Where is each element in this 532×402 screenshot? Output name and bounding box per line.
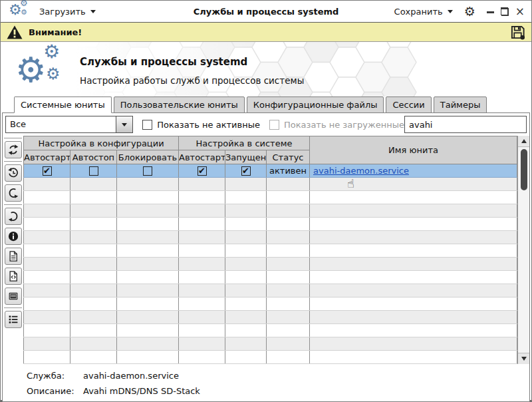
units-table: Настройка в конфигурации Настройка в сис… bbox=[23, 136, 517, 364]
app-window: ⚙ ⚙ ⚙ Загрузить Службы и процессы system… bbox=[0, 0, 532, 402]
column-header-autostart-system[interactable]: Автостарт bbox=[179, 150, 225, 164]
running-system-checkbox[interactable]: ✔ bbox=[241, 166, 251, 176]
tab-label: Системные юниты bbox=[21, 100, 105, 110]
empty-row[interactable] bbox=[24, 284, 517, 298]
chevron-down-icon bbox=[122, 123, 127, 126]
empty-row[interactable] bbox=[24, 271, 517, 284]
scroll-up-button[interactable] bbox=[518, 136, 529, 147]
empty-row[interactable] bbox=[24, 311, 517, 324]
combobox-dropdown-button[interactable] bbox=[116, 116, 132, 132]
save-file-icon[interactable] bbox=[510, 25, 525, 40]
detail-panel: Служба: avahi-daemon.service Описание: A… bbox=[3, 364, 529, 401]
systemd-gears-logo: ⚙ ⚙ ⚙ bbox=[15, 45, 79, 95]
unit-filter-combobox[interactable]: Все bbox=[5, 116, 133, 133]
triangle-down-icon bbox=[521, 357, 527, 361]
empty-row[interactable] bbox=[24, 204, 517, 218]
hand-cursor-icon: ☝ bbox=[347, 176, 354, 190]
empty-row[interactable] bbox=[24, 178, 517, 191]
autostart-config-checkbox[interactable]: ✔ bbox=[43, 166, 52, 176]
empty-row[interactable] bbox=[24, 218, 517, 231]
unit-row-selected[interactable]: ✔ ✔ ✔ активен avahi-daemon.service bbox=[24, 164, 517, 178]
autostop-config-checkbox[interactable] bbox=[89, 166, 98, 176]
minimize-button[interactable] bbox=[487, 11, 494, 13]
filter-row: Все Показать не активные Показать не заг… bbox=[3, 113, 529, 136]
settings-gear-icon[interactable]: ⚙ bbox=[464, 5, 475, 18]
tab-label: Пользовательские юниты bbox=[120, 100, 238, 110]
autostart-system-checkbox[interactable]: ✔ bbox=[198, 166, 207, 176]
group-header-system[interactable]: Настройка в системе bbox=[179, 136, 310, 150]
refresh-button[interactable] bbox=[5, 141, 22, 158]
journal-icon bbox=[7, 290, 19, 302]
tab-timers[interactable]: Таймеры bbox=[434, 97, 487, 113]
empty-row[interactable] bbox=[24, 244, 517, 258]
show-inactive-checkbox[interactable] bbox=[142, 120, 152, 130]
document-icon bbox=[7, 250, 19, 262]
show-inactive-label: Показать не активные bbox=[157, 120, 260, 130]
main-area: Настройка в конфигурации Настройка в сис… bbox=[3, 136, 529, 364]
unit-source-button[interactable] bbox=[5, 268, 22, 285]
description-label: Описание: bbox=[27, 386, 83, 396]
undo-arrow-icon bbox=[7, 210, 19, 222]
gear-icon: ⚙ bbox=[15, 49, 47, 91]
tab-label: Сессии bbox=[392, 100, 424, 110]
save-menu-label: Сохранить bbox=[394, 7, 443, 17]
scroll-down-button[interactable] bbox=[518, 353, 529, 364]
window-controls: × bbox=[487, 6, 525, 17]
tab-user-units[interactable]: Пользовательские юниты bbox=[114, 97, 245, 113]
empty-row[interactable] bbox=[24, 337, 517, 351]
empty-row[interactable] bbox=[24, 351, 517, 364]
empty-row[interactable] bbox=[24, 231, 517, 244]
journal-button[interactable] bbox=[5, 288, 22, 305]
page-subtitle: Настройка работы служб и процессов систе… bbox=[80, 75, 304, 86]
load-menu-button[interactable]: Загрузить bbox=[39, 7, 96, 17]
redo-button[interactable] bbox=[5, 184, 22, 202]
info-button[interactable] bbox=[5, 228, 22, 245]
service-label: Служба: bbox=[27, 371, 83, 381]
search-input[interactable] bbox=[404, 116, 527, 133]
column-header-status[interactable]: Статус bbox=[267, 150, 310, 164]
unit-name-link[interactable]: avahi-daemon.service bbox=[313, 166, 409, 176]
history-restore-button[interactable] bbox=[5, 164, 22, 182]
undo-button[interactable] bbox=[5, 208, 22, 225]
empty-row[interactable] bbox=[24, 298, 517, 311]
scrollbar-thumb[interactable] bbox=[521, 149, 527, 190]
column-header-autostop-config[interactable]: Автостоп bbox=[70, 150, 117, 164]
maximize-button[interactable] bbox=[501, 8, 509, 15]
document-code-icon bbox=[7, 270, 19, 282]
column-header-block-config[interactable]: Блокировать bbox=[117, 150, 179, 164]
history-clock-icon bbox=[7, 167, 19, 179]
column-header-running-system[interactable]: Запущен bbox=[225, 150, 267, 164]
save-menu-button[interactable]: Сохранить bbox=[394, 7, 453, 17]
unit-filter-value: Все bbox=[6, 116, 116, 132]
triangle-up-icon bbox=[521, 139, 527, 143]
tab-label: Конфигурационные файлы bbox=[253, 100, 378, 110]
page-header: ⚙ ⚙ ⚙ Службы и процессы systemd Настройк… bbox=[1, 42, 531, 97]
group-header-config[interactable]: Настройка в конфигурации bbox=[24, 136, 179, 150]
toolbar-separator bbox=[4, 138, 22, 138]
side-toolbar bbox=[3, 136, 23, 364]
block-config-checkbox[interactable] bbox=[143, 166, 152, 176]
list-icon bbox=[7, 313, 19, 325]
toolbar-separator bbox=[4, 204, 22, 205]
unit-list-button[interactable] bbox=[5, 311, 22, 328]
show-unloaded-label: Показать не загруженные bbox=[284, 120, 404, 130]
tab-sessions[interactable]: Сессии bbox=[386, 97, 431, 113]
tab-config-files[interactable]: Конфигурационные файлы bbox=[247, 97, 384, 113]
toolbar-separator bbox=[4, 161, 22, 162]
tab-label: Таймеры bbox=[440, 100, 481, 110]
warning-label: Внимание! bbox=[29, 27, 82, 37]
close-button[interactable]: × bbox=[515, 6, 525, 17]
empty-row[interactable] bbox=[24, 191, 517, 204]
warning-triangle-icon bbox=[7, 25, 23, 39]
tab-content: Все Показать не активные Показать не заг… bbox=[2, 112, 530, 402]
gear-icon: ⚙ bbox=[46, 65, 61, 83]
empty-row[interactable] bbox=[24, 258, 517, 271]
vertical-scrollbar[interactable] bbox=[517, 136, 529, 364]
unit-file-button[interactable] bbox=[5, 248, 22, 265]
empty-row[interactable] bbox=[24, 324, 517, 337]
tab-system-units[interactable]: Системные юниты bbox=[14, 97, 112, 113]
column-header-unit-name[interactable]: Имя юнита bbox=[310, 136, 517, 164]
column-header-autostart-config[interactable]: Автостарт bbox=[24, 150, 70, 164]
service-value: avahi-daemon.service bbox=[83, 371, 179, 381]
warning-bar: Внимание! bbox=[1, 22, 531, 42]
